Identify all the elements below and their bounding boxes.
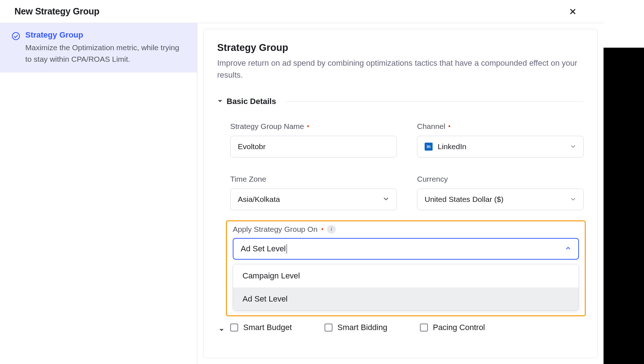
timezone-value: Asia/Kolkata — [238, 195, 280, 204]
strategy-group-name-input[interactable] — [230, 136, 397, 157]
checkbox-label: Smart Bidding — [338, 323, 387, 332]
currency-value: United States Dollar ($) — [425, 195, 503, 204]
step-description: Maximize the Optimization metric, while … — [25, 42, 185, 65]
chevron-down-icon — [570, 195, 576, 204]
strategy-group-name-input-field[interactable] — [238, 142, 389, 151]
option-ad-set-level[interactable]: Ad Set Level — [233, 287, 579, 311]
timezone-select[interactable]: Asia/Kolkata — [230, 188, 397, 210]
checkbox-label: Pacing Control — [433, 323, 485, 332]
checkbox-icon — [325, 324, 332, 332]
steps-sidebar: Strategy Group Maximize the Optimization… — [0, 23, 197, 364]
channel-select[interactable]: in LinkedIn — [417, 136, 584, 157]
label-timezone: Time Zone — [230, 175, 266, 183]
header-bar: New Strategy Group StrategyGroup — [0, 0, 644, 23]
checkbox-icon — [420, 324, 428, 332]
checkbox-smart-budget[interactable]: Smart Budget — [230, 323, 292, 332]
label-apply-strategy-group-on: Apply Strategy Group On — [233, 225, 318, 234]
caret-down-icon — [217, 98, 223, 105]
section-basic-details-header[interactable]: Basic Details — [217, 97, 584, 106]
checkbox-pacing-control[interactable]: Pacing Control — [420, 323, 485, 332]
field-strategy-group-name: Strategy Group Name • — [230, 122, 397, 157]
panel-description: Improve return on ad spend by combining … — [217, 57, 584, 81]
required-indicator: • — [321, 226, 323, 233]
section-title: Basic Details — [227, 97, 276, 106]
apply-level-dropdown: Campaign Level Ad Set Level — [233, 264, 579, 311]
caret-down-icon[interactable] — [219, 327, 224, 334]
text-cursor — [287, 244, 287, 254]
step-strategy-group[interactable]: Strategy Group Maximize the Optimization… — [0, 23, 197, 73]
main-panel: Strategy Group Improve return on ad spen… — [203, 29, 598, 358]
section-divider — [286, 101, 584, 102]
channel-value: LinkedIn — [438, 142, 466, 151]
chevron-down-icon — [383, 195, 389, 204]
panel-title: Strategy Group — [217, 42, 584, 53]
close-button[interactable] — [568, 7, 578, 16]
dark-background-strip — [604, 0, 644, 364]
check-circle-icon — [12, 32, 20, 65]
label-currency: Currency — [417, 175, 448, 183]
label-strategy-group-name: Strategy Group Name — [230, 122, 304, 131]
info-icon[interactable]: i — [327, 225, 336, 234]
required-indicator: • — [307, 123, 309, 130]
chevron-down-icon — [570, 142, 576, 151]
apply-level-value: Ad Set Level — [241, 244, 286, 254]
rail-background — [604, 0, 644, 48]
required-indicator: • — [448, 123, 450, 130]
option-campaign-level[interactable]: Campaign Level — [233, 264, 579, 287]
apply-level-combobox[interactable]: Ad Set Level — [233, 238, 579, 260]
checkbox-smart-bidding[interactable]: Smart Bidding — [325, 323, 387, 332]
chevron-up-icon — [565, 244, 571, 254]
currency-select[interactable]: United States Dollar ($) — [417, 188, 584, 210]
field-timezone: Time Zone Asia/Kolkata — [230, 175, 397, 210]
checkbox-icon — [230, 324, 238, 332]
field-currency: Currency United States Dollar ($) — [417, 175, 584, 210]
label-channel: Channel — [417, 122, 445, 131]
field-channel: Channel • in LinkedIn — [417, 122, 584, 157]
close-icon — [568, 7, 578, 16]
page-title: New Strategy Group — [14, 6, 99, 17]
step-title: Strategy Group — [25, 30, 185, 40]
checkbox-label: Smart Budget — [243, 323, 292, 332]
linkedin-icon: in — [425, 143, 433, 151]
svg-point-3 — [12, 32, 20, 40]
apply-strategy-group-highlight: Apply Strategy Group On • i Ad Set Level… — [226, 220, 586, 316]
